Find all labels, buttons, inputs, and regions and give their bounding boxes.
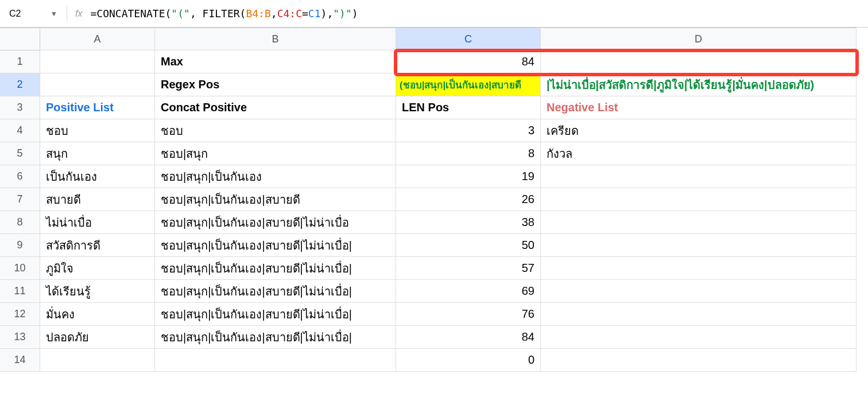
cell-A3[interactable]: Positive List [40, 96, 155, 119]
row-header-10[interactable]: 10 [0, 257, 40, 280]
divider [67, 5, 67, 22]
cell-C9[interactable]: 50 [396, 234, 541, 257]
cell-C14[interactable]: 0 [396, 349, 541, 372]
chevron-down-icon[interactable]: ▼ [51, 10, 57, 18]
cell-D14[interactable] [541, 349, 857, 372]
cell-A11[interactable]: ได้เรียนรู้ [40, 280, 155, 303]
row-header-12[interactable]: 12 [0, 303, 40, 326]
cell-A6[interactable]: เป็นกันเอง [40, 165, 155, 188]
cell-D10[interactable] [541, 257, 857, 280]
cell-C2[interactable]: (ชอบ|สนุก|เป็นกันเอง|สบายดี [396, 73, 541, 96]
col-header-D[interactable]: D [541, 28, 857, 50]
col-header-B[interactable]: B [155, 28, 396, 50]
row-header-9[interactable]: 9 [0, 234, 40, 257]
cell-B7[interactable]: ชอบ|สนุก|เป็นกันเอง|สบายดี [155, 188, 396, 211]
cell-A9[interactable]: สวัสดิการดี [40, 234, 155, 257]
cell-C4[interactable]: 3 [396, 119, 541, 142]
row-header-4[interactable]: 4 [0, 119, 40, 142]
row-header-1[interactable]: 1 [0, 50, 40, 73]
cell-A12[interactable]: มั่นคง [40, 303, 155, 326]
row-header-3[interactable]: 3 [0, 96, 40, 119]
cell-C5[interactable]: 8 [396, 142, 541, 165]
cell-B4[interactable]: ชอบ [155, 119, 396, 142]
cell-B9[interactable]: ชอบ|สนุก|เป็นกันเอง|สบายดี|ไม่น่าเบื่อ| [155, 234, 396, 257]
cell-B6[interactable]: ชอบ|สนุก|เป็นกันเอง [155, 165, 396, 188]
cell-A1[interactable] [40, 50, 155, 73]
cell-D9[interactable] [541, 234, 857, 257]
cell-A5[interactable]: สนุก [40, 142, 155, 165]
cell-D13[interactable] [541, 326, 857, 349]
cell-A8[interactable]: ไม่น่าเบื่อ [40, 211, 155, 234]
row-header-7[interactable]: 7 [0, 188, 40, 211]
annotation-highlight-box [396, 51, 857, 74]
cell-B12[interactable]: ชอบ|สนุก|เป็นกันเอง|สบายดี|ไม่น่าเบื่อ| [155, 303, 396, 326]
row-header-11[interactable]: 11 [0, 280, 40, 303]
spreadsheet-grid: A B C D 1 Max 84 2 Regex Pos (ชอบ|สนุก|เ… [0, 28, 868, 372]
cell-C7[interactable]: 26 [396, 188, 541, 211]
cell-D4[interactable]: เครียด [541, 119, 857, 142]
row-header-6[interactable]: 6 [0, 165, 40, 188]
name-box-cell: C2 [9, 9, 21, 19]
formula-bar: C2 ▼ fx =CONCATENATE("(", FILTER(B4:B,C4… [0, 0, 868, 28]
cell-A2[interactable] [40, 73, 155, 96]
cell-A13[interactable]: ปลอดภัย [40, 326, 155, 349]
cell-C12[interactable]: 76 [396, 303, 541, 326]
cell-B8[interactable]: ชอบ|สนุก|เป็นกันเอง|สบายดี|ไม่น่าเบื่อ [155, 211, 396, 234]
row-header-8[interactable]: 8 [0, 211, 40, 234]
cell-D3[interactable]: Negative List [541, 96, 857, 119]
cell-D11[interactable] [541, 280, 857, 303]
cell-C3[interactable]: LEN Pos [396, 96, 541, 119]
cell-C8[interactable]: 38 [396, 211, 541, 234]
cell-D12[interactable] [541, 303, 857, 326]
cell-B11[interactable]: ชอบ|สนุก|เป็นกันเอง|สบายดี|ไม่น่าเบื่อ| [155, 280, 396, 303]
formula-input[interactable]: =CONCATENATE("(", FILTER(B4:B,C4:C=C1),"… [90, 7, 358, 20]
cell-B14[interactable] [155, 349, 396, 372]
cell-D7[interactable] [541, 188, 857, 211]
cell-B2[interactable]: Regex Pos [155, 73, 396, 96]
cell-B5[interactable]: ชอบ|สนุก [155, 142, 396, 165]
row-header-13[interactable]: 13 [0, 326, 40, 349]
row-header-5[interactable]: 5 [0, 142, 40, 165]
cell-C10[interactable]: 57 [396, 257, 541, 280]
cell-C2-content: (ชอบ|สนุก|เป็นกันเอง|สบายดี [396, 73, 540, 96]
cell-D8[interactable] [541, 211, 857, 234]
cell-A4[interactable]: ชอบ [40, 119, 155, 142]
row-header-2[interactable]: 2 [0, 73, 40, 96]
cell-A7[interactable]: สบายดี [40, 188, 155, 211]
col-header-A[interactable]: A [40, 28, 155, 50]
fx-icon: fx [72, 9, 86, 19]
cell-B1[interactable]: Max [155, 50, 396, 73]
cell-B3[interactable]: Concat Positive [155, 96, 396, 119]
cell-D6[interactable] [541, 165, 857, 188]
cell-D5[interactable]: กังวล [541, 142, 857, 165]
select-all-corner[interactable] [0, 28, 40, 50]
cell-A14[interactable] [40, 349, 155, 372]
name-box[interactable]: C2 ▼ [5, 6, 62, 21]
col-header-C[interactable]: C [396, 28, 541, 50]
cell-C13[interactable]: 84 [396, 326, 541, 349]
cell-D2[interactable]: |ไม่น่าเบื่อ|สวัสดิการดี|ภูมิใจ|ได้เรียน… [541, 73, 857, 96]
cell-A10[interactable]: ภูมิใจ [40, 257, 155, 280]
cell-C11[interactable]: 69 [396, 280, 541, 303]
row-header-14[interactable]: 14 [0, 349, 40, 372]
cell-B13[interactable]: ชอบ|สนุก|เป็นกันเอง|สบายดี|ไม่น่าเบื่อ| [155, 326, 396, 349]
cell-C6[interactable]: 19 [396, 165, 541, 188]
cell-B10[interactable]: ชอบ|สนุก|เป็นกันเอง|สบายดี|ไม่น่าเบื่อ| [155, 257, 396, 280]
